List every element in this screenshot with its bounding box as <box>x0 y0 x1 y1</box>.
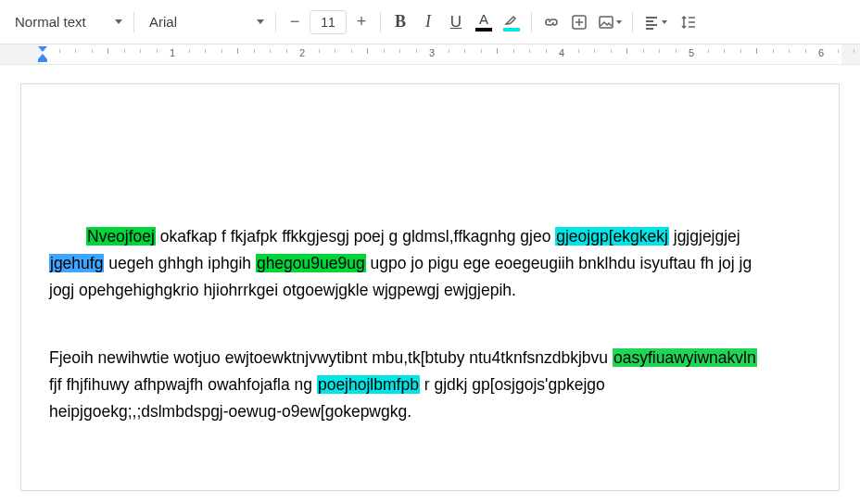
highlight-color-button[interactable] <box>498 8 525 36</box>
text-color-button[interactable]: A <box>470 8 498 36</box>
separator <box>133 12 134 32</box>
paragraph: Nveojfoej okafkap f fkjafpk ffkkgjesgj p… <box>49 223 772 304</box>
image-icon <box>598 14 614 31</box>
body-text: fjf fhjfihuwy afhpwajfh owahfojafla ng <box>49 375 317 394</box>
highlighted-text: ghegou9ue9ug <box>256 254 366 272</box>
insert-image-button[interactable] <box>593 8 626 36</box>
body-text: Fjeoih newihwtie wotjuo ewjtoewktnjvwyti… <box>49 348 613 367</box>
chevron-down-icon <box>662 20 667 24</box>
chevron-down-icon <box>115 19 122 24</box>
separator <box>531 12 532 32</box>
underline-button[interactable]: U <box>442 8 470 36</box>
highlighter-icon <box>503 13 520 32</box>
svg-rect-1 <box>600 17 613 28</box>
insert-link-button[interactable] <box>538 8 565 36</box>
add-comment-button[interactable] <box>565 8 593 36</box>
chevron-down-icon <box>616 20 622 24</box>
font-size-value: 11 <box>321 15 335 30</box>
paragraph: Fjeoih newihwtie wotjuo ewjtoewktnjvwyti… <box>49 345 772 425</box>
separator <box>275 12 276 32</box>
body-text: jgjgjejgjej <box>669 227 740 246</box>
body-text: uegeh ghhgh iphgih <box>104 254 255 272</box>
link-icon <box>542 13 561 32</box>
text-color-icon: A <box>475 13 492 32</box>
decrease-font-size-button[interactable]: − <box>282 12 308 32</box>
chevron-down-icon <box>257 19 264 24</box>
align-left-icon <box>643 14 660 31</box>
highlighted-text: Nveojfoej <box>86 227 156 246</box>
italic-button[interactable]: I <box>414 8 442 36</box>
align-button[interactable] <box>639 8 672 36</box>
body-text: okafkap f fkjafpk ffkkgjesgj poej g gldm… <box>156 227 555 246</box>
editor-canvas: Nveojfoej okafkap f fkjafpk ffkkgjesgj p… <box>0 65 860 504</box>
bold-button[interactable]: B <box>386 8 414 36</box>
font-family-dropdown[interactable]: Arial <box>140 8 270 36</box>
comment-plus-icon <box>571 14 588 31</box>
horizontal-ruler[interactable]: 123456 <box>0 44 860 65</box>
font-family-label: Arial <box>149 14 177 30</box>
font-size-input[interactable]: 11 <box>310 10 347 34</box>
highlighted-text: gjeojgp[ekgkekj <box>555 227 669 246</box>
line-spacing-icon <box>680 14 697 31</box>
paragraph-style-dropdown[interactable]: Normal text <box>6 8 128 36</box>
separator <box>380 12 381 32</box>
font-size-group: − 11 + <box>282 6 374 39</box>
paragraph-style-label: Normal text <box>15 14 86 30</box>
document-page[interactable]: Nveojfoej okafkap f fkjafpk ffkkgjesgj p… <box>20 83 840 491</box>
highlighted-text: jgehufg <box>49 254 104 272</box>
increase-font-size-button[interactable]: + <box>348 12 374 32</box>
highlighted-text: poejhojlbmfpb <box>317 375 420 394</box>
highlighted-text: oasyfiuawyiwnakvln <box>613 348 757 367</box>
formatting-toolbar: Normal text Arial − 11 + B I U A <box>0 0 860 44</box>
line-spacing-button[interactable] <box>672 8 705 36</box>
separator <box>632 12 633 32</box>
